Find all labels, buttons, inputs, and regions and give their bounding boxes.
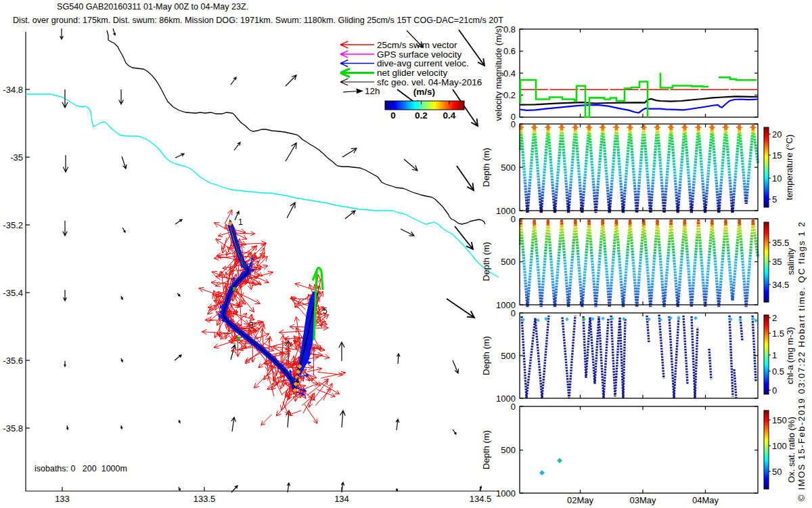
svg-text:1: 1 [772, 350, 777, 360]
svg-text:15: 15 [772, 150, 782, 161]
svg-text:© IMOS 15-Feb-2019 03:07:22 Ho: © IMOS 15-Feb-2019 03:07:22 Hobart time.… [796, 221, 807, 501]
svg-text:02May: 02May [567, 495, 594, 505]
svg-text:0.4: 0.4 [443, 110, 456, 121]
svg-text:0: 0 [511, 214, 516, 224]
svg-text:25cm/s swim vector: 25cm/s swim vector [377, 40, 457, 50]
svg-text:50: 50 [772, 467, 782, 477]
svg-text:134: 134 [334, 494, 349, 504]
svg-text:12h: 12h [365, 86, 380, 96]
svg-text:temperature (°C): temperature (°C) [784, 135, 794, 200]
svg-text:134.5: 134.5 [470, 494, 492, 504]
svg-text:Dist. over ground: 175km. Dist: Dist. over ground: 175km. Dist. swum: 86… [13, 16, 503, 25]
svg-text:03May: 03May [629, 495, 656, 505]
svg-text:Depth (m): Depth (m) [481, 148, 491, 187]
svg-text:5: 5 [772, 194, 777, 205]
svg-text:0.4: 0.4 [503, 68, 516, 79]
svg-text:-35.2: -35.2 [3, 220, 23, 230]
svg-text:SG540 GAB20160311 01-May 00Z t: SG540 GAB20160311 01-May 00Z to 04-May 2… [57, 2, 248, 12]
svg-text:-35.4: -35.4 [3, 288, 23, 298]
svg-text:0.8: 0.8 [503, 24, 516, 35]
svg-text:133: 133 [55, 494, 70, 504]
svg-text:dive-avg current veloc.: dive-avg current veloc. [377, 58, 469, 68]
svg-text:500: 500 [501, 257, 516, 267]
svg-text:Depth (m): Depth (m) [481, 336, 491, 375]
svg-text:100: 100 [772, 441, 787, 451]
svg-text:velocity magnitude (m/s): velocity magnitude (m/s) [493, 26, 503, 121]
svg-text:5: 5 [323, 306, 328, 316]
svg-text:133.5: 133.5 [194, 494, 216, 504]
svg-text:Depth (m): Depth (m) [481, 242, 491, 281]
svg-text:500: 500 [501, 351, 516, 361]
svg-text:Depth (m): Depth (m) [481, 430, 491, 469]
svg-text:0: 0 [390, 110, 396, 121]
svg-text:0: 0 [511, 119, 516, 129]
svg-text:-35.8: -35.8 [3, 423, 23, 433]
svg-text:-35.6: -35.6 [3, 356, 23, 366]
svg-text:Ox. sat. ratio (%): Ox. sat. ratio (%) [786, 417, 796, 483]
svg-text:0: 0 [511, 402, 516, 412]
svg-text:4: 4 [295, 376, 300, 385]
svg-text:35: 35 [772, 257, 782, 267]
svg-text:-35: -35 [10, 152, 23, 163]
svg-text:1: 1 [238, 217, 243, 227]
svg-text:0: 0 [511, 308, 516, 318]
svg-text:0: 0 [772, 385, 777, 396]
svg-text:500: 500 [501, 163, 516, 173]
svg-text:0.6: 0.6 [503, 46, 516, 56]
svg-text:1.5: 1.5 [772, 329, 784, 339]
svg-text:34.5: 34.5 [772, 280, 789, 290]
svg-text:2: 2 [772, 313, 777, 323]
svg-text:500: 500 [501, 445, 516, 455]
svg-text:sfc geo. vel. 04-May-2016: sfc geo. vel. 04-May-2016 [377, 77, 482, 87]
svg-text:chl-a (mg m-3): chl-a (mg m-3) [785, 327, 795, 385]
svg-text:04May: 04May [692, 495, 719, 505]
svg-text:3: 3 [249, 320, 254, 330]
svg-text:1000: 1000 [496, 488, 516, 499]
svg-text:20: 20 [772, 129, 782, 140]
svg-text:-34.8: -34.8 [3, 85, 23, 95]
svg-text:isobaths: 0 200 1000m: isobaths: 0 200 1000m [35, 464, 127, 473]
svg-text:0.2: 0.2 [415, 110, 428, 121]
svg-text:salinity: salinity [786, 248, 796, 275]
svg-text:(m/s): (m/s) [413, 87, 435, 97]
svg-text:10: 10 [772, 173, 782, 184]
svg-text:0.5: 0.5 [772, 366, 784, 377]
svg-text:35.5: 35.5 [772, 238, 789, 248]
svg-text:0.2: 0.2 [503, 90, 516, 100]
svg-text:150: 150 [772, 415, 787, 425]
